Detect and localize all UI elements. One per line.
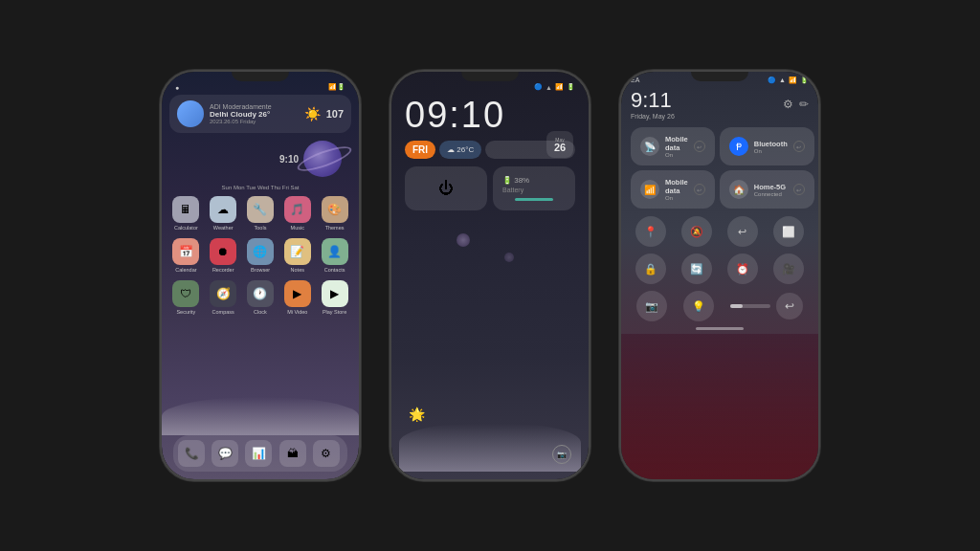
p3-status-icons: 🔵▲📶🔋 <box>768 77 809 84</box>
p2-planet-1 <box>457 233 470 247</box>
p3-tile-mobile-data[interactable]: 📶 Mobile data On ↩ <box>631 170 715 209</box>
wifi-icon: 📡 <box>640 137 659 156</box>
p2-time-area: 09:10 May 26 <box>399 93 581 137</box>
p2-planet-2 <box>504 253 514 262</box>
p3-carrier: EA <box>631 77 639 84</box>
power-icon: ⏻ <box>438 180 454 197</box>
p3-sync-btn[interactable]: 🔄 <box>681 253 712 284</box>
p3-back-btn[interactable]: ↩ <box>776 293 803 320</box>
p2-pill-weather[interactable]: ☁ 26°C <box>439 141 481 159</box>
p2-space-area: 🌟 📷 <box>399 214 581 472</box>
p1-days-row: Sun Mon Tue Wed Thu Fri Sat <box>169 185 351 190</box>
app-calculator-label: Calculator <box>174 225 198 231</box>
p3-bluetooth-status: On <box>754 148 788 154</box>
app-weather[interactable]: ☁ Weather <box>207 196 240 231</box>
phone-3: EA 🔵▲📶🔋 9:11 Friday, May 26 ⚙ ✏ 📡 Mobile… <box>619 70 820 481</box>
p3-rotate-btn[interactable]: ↩ <box>727 216 758 247</box>
p2-battery-widget[interactable]: 🔋 38% Battery <box>493 166 575 210</box>
app-calendar-icon: 📅 <box>172 238 199 265</box>
app-calendar[interactable]: 📅 Calendar <box>169 238 203 273</box>
p3-toggle-bluetooth[interactable]: ↩ <box>793 141 805 152</box>
app-notes[interactable]: 📝 Notes <box>280 238 314 273</box>
home-wifi-icon: 🏠 <box>729 180 748 199</box>
phone-2: 🔵▲📶🔋 09:10 May 26 FRI ☁ 26°C ⏻ 🔋 38% Bat… <box>390 70 590 481</box>
app-music[interactable]: 🎵 Music <box>280 196 314 231</box>
p3-toggle-data[interactable]: ↩ <box>694 184 705 195</box>
p3-home-indicator <box>696 327 744 330</box>
p2-camera-icon[interactable]: 📷 <box>552 445 571 464</box>
p3-location-btn[interactable]: 📍 <box>635 216 666 247</box>
app-themes-icon: 🎨 <box>322 196 348 223</box>
app-contacts-label: Contacts <box>324 267 345 273</box>
p1-status-right: 📶🔋 <box>328 83 345 91</box>
app-themes[interactable]: 🎨 Themes <box>318 196 351 231</box>
p1-user-name: ADI Moderadamente <box>210 103 299 110</box>
dock-phone[interactable]: 📞 <box>178 440 205 467</box>
p3-toggle-wifi[interactable]: ↩ <box>793 184 805 195</box>
p3-control-grid: 📡 Mobile data On ↩ Ᵽ Bluetooth On ↩ 📶 <box>621 121 818 214</box>
p1-status-left: ● <box>175 84 179 91</box>
p1-planet-area: 9:10 <box>169 135 351 183</box>
p3-alarm-btn[interactable]: ⏰ <box>727 253 758 284</box>
app-music-label: Music <box>291 225 304 231</box>
app-browser[interactable]: 🌐 Browser <box>244 238 278 273</box>
p3-silent-btn[interactable]: 🔕 <box>681 216 712 247</box>
p1-emoji: ☀️ <box>304 106 321 121</box>
p2-status-icons: 🔵▲📶🔋 <box>534 83 575 91</box>
p3-toggle-mobile[interactable]: ↩ <box>694 141 705 152</box>
sun-icon: 🌟 <box>409 407 425 422</box>
p3-video-btn[interactable]: 🎥 <box>773 253 804 284</box>
app-clock[interactable]: 🕐 Clock <box>244 280 278 315</box>
app-contacts-icon: 👤 <box>322 238 348 265</box>
app-security[interactable]: 🛡 Security <box>169 280 203 315</box>
app-recorder[interactable]: ⏺ Recorder <box>207 238 240 273</box>
p1-apps-row2: 📅 Calendar ⏺ Recorder 🌐 Browser 📝 Notes … <box>169 234 351 276</box>
p3-brightness-slider[interactable] <box>730 304 770 308</box>
p1-avatar <box>177 100 204 127</box>
dock-gallery[interactable]: 🏔 <box>279 440 306 467</box>
p3-lock-btn[interactable]: 🔒 <box>635 253 666 284</box>
p1-dock-area: 📞 💬 📊 🏔 ⚙ <box>169 397 351 472</box>
p1-weather-widget[interactable]: ADI Moderadamente Delhi Cloudy 26° 2023.… <box>169 95 351 133</box>
app-clock-icon: 🕐 <box>247 280 274 307</box>
app-music-icon: 🎵 <box>284 196 311 223</box>
p3-tile-mobile-name: Mobile data <box>665 135 688 152</box>
app-security-icon: 🛡 <box>172 280 199 307</box>
p3-camera-btn[interactable]: 📷 <box>636 291 667 321</box>
p2-cal-day: 26 <box>554 143 566 153</box>
p3-tile-bluetooth[interactable]: Ᵽ Bluetooth On ↩ <box>720 127 814 165</box>
p2-power-btn[interactable]: ⏻ <box>405 166 487 210</box>
dock-stats[interactable]: 📊 <box>245 440 272 467</box>
app-browser-icon: 🌐 <box>247 238 274 265</box>
app-mivideo-label: Mi Video <box>287 309 307 315</box>
p3-wifi-name: Home-5G <box>754 183 788 191</box>
p3-date: Friday, May 26 <box>631 113 675 120</box>
app-compass[interactable]: 🧭 Compass <box>207 280 240 315</box>
app-tools[interactable]: 🔧 Tools <box>244 196 278 231</box>
p3-wifi-status: Connected <box>754 191 788 197</box>
app-mivideo[interactable]: ▶ Mi Video <box>280 280 314 315</box>
dock-messages[interactable]: 💬 <box>212 440 238 467</box>
p3-time: 9:11 <box>631 88 675 113</box>
p3-tile-mobile-top[interactable]: 📡 Mobile data On ↩ <box>631 127 715 165</box>
p2-battery-label: 🔋 38% <box>502 176 529 185</box>
p3-screen-btn[interactable]: ⬜ <box>773 216 804 247</box>
p3-flash-btn[interactable]: 💡 <box>683 291 714 321</box>
edit-icon[interactable]: ✏ <box>799 98 809 111</box>
app-weather-icon: ☁ <box>210 196 236 223</box>
dock-settings[interactable]: ⚙ <box>313 440 340 467</box>
app-calendar-label: Calendar <box>175 267 196 273</box>
app-contacts[interactable]: 👤 Contacts <box>318 238 351 273</box>
app-playstore[interactable]: ▶ Play Store <box>318 280 351 315</box>
p1-dock[interactable]: 📞 💬 📊 🏔 ⚙ <box>173 435 347 472</box>
gear-icon[interactable]: ⚙ <box>783 98 793 111</box>
p2-pill-day[interactable]: FRI <box>405 141 435 159</box>
p2-status-bar: 🔵▲📶🔋 <box>399 79 581 93</box>
p3-gear-icons: ⚙ ✏ <box>783 98 809 111</box>
p2-battery-text: Battery <box>502 187 523 193</box>
p3-bluetooth-name: Bluetooth <box>754 140 788 148</box>
p2-date-cal: May 26 <box>546 131 573 158</box>
p3-tile-wifi[interactable]: 🏠 Home-5G Connected ↩ <box>720 170 814 209</box>
app-clock-label: Clock <box>254 309 267 315</box>
app-calculator[interactable]: 🖩 Calculator <box>169 196 203 231</box>
